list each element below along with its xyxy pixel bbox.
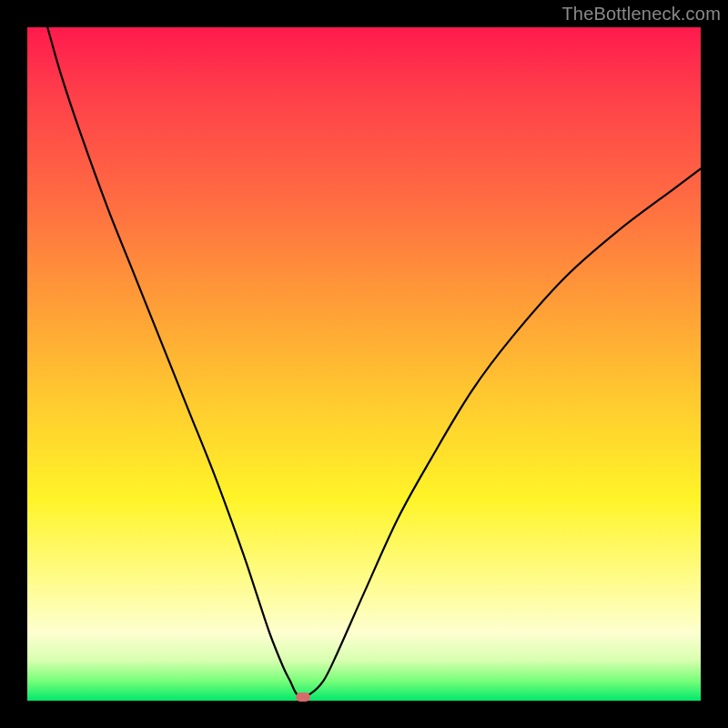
minimum-marker — [296, 693, 310, 702]
bottleneck-curve — [27, 27, 701, 701]
plot-area — [27, 27, 701, 701]
chart-frame: TheBottleneck.com — [0, 0, 728, 728]
watermark-text: TheBottleneck.com — [561, 4, 721, 25]
